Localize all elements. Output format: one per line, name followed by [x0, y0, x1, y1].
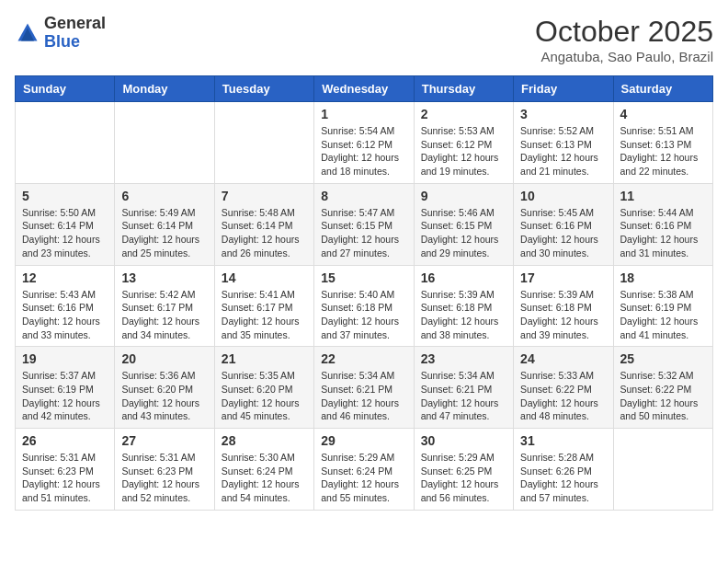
- day-info: Sunrise: 5:53 AM Sunset: 6:12 PM Dayligh…: [421, 124, 506, 178]
- day-number: 10: [520, 189, 606, 203]
- day-header-monday: Monday: [115, 76, 214, 102]
- day-info: Sunrise: 5:54 AM Sunset: 6:12 PM Dayligh…: [321, 124, 406, 178]
- calendar-cell: 1Sunrise: 5:54 AM Sunset: 6:12 PM Daylig…: [314, 102, 414, 184]
- day-number: 30: [421, 433, 506, 448]
- calendar-week-1: 1Sunrise: 5:54 AM Sunset: 6:12 PM Daylig…: [16, 102, 713, 184]
- calendar-cell: 24Sunrise: 5:33 AM Sunset: 6:22 PM Dayli…: [514, 347, 613, 429]
- day-number: 22: [321, 351, 406, 366]
- calendar-cell: 16Sunrise: 5:39 AM Sunset: 6:18 PM Dayli…: [414, 265, 513, 347]
- day-number: 17: [520, 270, 606, 285]
- calendar-cell: [214, 102, 313, 184]
- calendar-cell: 19Sunrise: 5:37 AM Sunset: 6:19 PM Dayli…: [16, 347, 115, 429]
- day-info: Sunrise: 5:29 AM Sunset: 6:24 PM Dayligh…: [321, 451, 406, 505]
- day-number: 11: [620, 189, 706, 203]
- day-info: Sunrise: 5:45 AM Sunset: 6:16 PM Dayligh…: [520, 206, 606, 260]
- day-header-tuesday: Tuesday: [214, 76, 313, 102]
- calendar-cell: 7Sunrise: 5:48 AM Sunset: 6:14 PM Daylig…: [214, 183, 313, 265]
- day-number: 6: [121, 189, 207, 203]
- logo-text: General Blue: [44, 15, 106, 52]
- day-number: 16: [421, 270, 506, 285]
- day-number: 4: [620, 107, 706, 121]
- day-number: 29: [321, 433, 406, 448]
- calendar-cell: 2Sunrise: 5:53 AM Sunset: 6:12 PM Daylig…: [414, 102, 513, 184]
- day-number: 27: [121, 433, 207, 448]
- calendar-cell: 29Sunrise: 5:29 AM Sunset: 6:24 PM Dayli…: [314, 429, 414, 511]
- day-header-friday: Friday: [514, 76, 613, 102]
- day-number: 23: [421, 351, 506, 366]
- logo-blue-text: Blue: [44, 33, 106, 52]
- calendar-cell: 28Sunrise: 5:30 AM Sunset: 6:24 PM Dayli…: [214, 429, 313, 511]
- day-header-wednesday: Wednesday: [314, 76, 414, 102]
- day-info: Sunrise: 5:33 AM Sunset: 6:22 PM Dayligh…: [520, 369, 606, 423]
- calendar-cell: 8Sunrise: 5:47 AM Sunset: 6:15 PM Daylig…: [314, 183, 414, 265]
- day-number: 18: [620, 270, 706, 285]
- day-number: 1: [321, 107, 406, 121]
- calendar-cell: 22Sunrise: 5:34 AM Sunset: 6:21 PM Dayli…: [314, 347, 414, 429]
- day-info: Sunrise: 5:34 AM Sunset: 6:21 PM Dayligh…: [321, 369, 406, 423]
- calendar-cell: 15Sunrise: 5:40 AM Sunset: 6:18 PM Dayli…: [314, 265, 414, 347]
- day-info: Sunrise: 5:44 AM Sunset: 6:16 PM Dayligh…: [620, 206, 706, 260]
- calendar-header-row: SundayMondayTuesdayWednesdayThursdayFrid…: [16, 76, 713, 102]
- day-info: Sunrise: 5:35 AM Sunset: 6:20 PM Dayligh…: [222, 369, 307, 423]
- day-info: Sunrise: 5:51 AM Sunset: 6:13 PM Dayligh…: [620, 124, 706, 178]
- day-info: Sunrise: 5:52 AM Sunset: 6:13 PM Dayligh…: [520, 124, 606, 178]
- day-number: 8: [321, 189, 406, 203]
- day-info: Sunrise: 5:30 AM Sunset: 6:24 PM Dayligh…: [222, 451, 307, 505]
- day-info: Sunrise: 5:39 AM Sunset: 6:18 PM Dayligh…: [520, 288, 606, 342]
- calendar-cell: 21Sunrise: 5:35 AM Sunset: 6:20 PM Dayli…: [214, 347, 313, 429]
- day-info: Sunrise: 5:43 AM Sunset: 6:16 PM Dayligh…: [22, 288, 108, 342]
- calendar-cell: 31Sunrise: 5:28 AM Sunset: 6:26 PM Dayli…: [514, 429, 613, 511]
- day-info: Sunrise: 5:32 AM Sunset: 6:22 PM Dayligh…: [620, 369, 706, 423]
- title-block: October 2025 Angatuba, Sao Paulo, Brazil: [535, 15, 713, 64]
- calendar-cell: 17Sunrise: 5:39 AM Sunset: 6:18 PM Dayli…: [514, 265, 613, 347]
- day-number: 25: [620, 351, 706, 366]
- day-number: 15: [321, 270, 406, 285]
- day-number: 28: [222, 433, 307, 448]
- day-header-sunday: Sunday: [16, 76, 115, 102]
- day-info: Sunrise: 5:47 AM Sunset: 6:15 PM Dayligh…: [321, 206, 406, 260]
- calendar-cell: 6Sunrise: 5:49 AM Sunset: 6:14 PM Daylig…: [115, 183, 214, 265]
- logo: General Blue: [15, 15, 106, 52]
- day-info: Sunrise: 5:28 AM Sunset: 6:26 PM Dayligh…: [520, 451, 606, 505]
- day-info: Sunrise: 5:50 AM Sunset: 6:14 PM Dayligh…: [22, 206, 108, 260]
- day-info: Sunrise: 5:39 AM Sunset: 6:18 PM Dayligh…: [421, 288, 506, 342]
- calendar-cell: 23Sunrise: 5:34 AM Sunset: 6:21 PM Dayli…: [414, 347, 513, 429]
- calendar-week-2: 5Sunrise: 5:50 AM Sunset: 6:14 PM Daylig…: [16, 183, 713, 265]
- logo-general-text: General: [44, 15, 106, 33]
- page-header: General Blue October 2025 Angatuba, Sao …: [15, 15, 713, 64]
- calendar-cell: 11Sunrise: 5:44 AM Sunset: 6:16 PM Dayli…: [613, 183, 712, 265]
- calendar-cell: [16, 102, 115, 184]
- day-info: Sunrise: 5:42 AM Sunset: 6:17 PM Dayligh…: [121, 288, 207, 342]
- calendar-cell: 10Sunrise: 5:45 AM Sunset: 6:16 PM Dayli…: [514, 183, 613, 265]
- day-number: 21: [222, 351, 307, 366]
- day-number: 19: [22, 351, 108, 366]
- day-info: Sunrise: 5:40 AM Sunset: 6:18 PM Dayligh…: [321, 288, 406, 342]
- day-header-saturday: Saturday: [613, 76, 712, 102]
- calendar-table: SundayMondayTuesdayWednesdayThursdayFrid…: [15, 75, 713, 511]
- day-number: 9: [421, 189, 506, 203]
- calendar-cell: 25Sunrise: 5:32 AM Sunset: 6:22 PM Dayli…: [613, 347, 712, 429]
- day-number: 3: [520, 107, 606, 121]
- calendar-cell: [613, 429, 712, 511]
- calendar-cell: 26Sunrise: 5:31 AM Sunset: 6:23 PM Dayli…: [16, 429, 115, 511]
- calendar-cell: 9Sunrise: 5:46 AM Sunset: 6:15 PM Daylig…: [414, 183, 513, 265]
- day-info: Sunrise: 5:31 AM Sunset: 6:23 PM Dayligh…: [121, 451, 207, 505]
- day-number: 20: [121, 351, 207, 366]
- day-number: 13: [121, 270, 207, 285]
- day-info: Sunrise: 5:36 AM Sunset: 6:20 PM Dayligh…: [121, 369, 207, 423]
- calendar-cell: 13Sunrise: 5:42 AM Sunset: 6:17 PM Dayli…: [115, 265, 214, 347]
- calendar-cell: 12Sunrise: 5:43 AM Sunset: 6:16 PM Dayli…: [16, 265, 115, 347]
- day-info: Sunrise: 5:49 AM Sunset: 6:14 PM Dayligh…: [121, 206, 207, 260]
- calendar-cell: 14Sunrise: 5:41 AM Sunset: 6:17 PM Dayli…: [214, 265, 313, 347]
- calendar-week-3: 12Sunrise: 5:43 AM Sunset: 6:16 PM Dayli…: [16, 265, 713, 347]
- day-info: Sunrise: 5:46 AM Sunset: 6:15 PM Dayligh…: [421, 206, 506, 260]
- day-info: Sunrise: 5:37 AM Sunset: 6:19 PM Dayligh…: [22, 369, 108, 423]
- calendar-cell: 20Sunrise: 5:36 AM Sunset: 6:20 PM Dayli…: [115, 347, 214, 429]
- day-info: Sunrise: 5:41 AM Sunset: 6:17 PM Dayligh…: [222, 288, 307, 342]
- calendar-week-5: 26Sunrise: 5:31 AM Sunset: 6:23 PM Dayli…: [16, 429, 713, 511]
- day-info: Sunrise: 5:29 AM Sunset: 6:25 PM Dayligh…: [421, 451, 506, 505]
- calendar-cell: 3Sunrise: 5:52 AM Sunset: 6:13 PM Daylig…: [514, 102, 613, 184]
- day-number: 24: [520, 351, 606, 366]
- location: Angatuba, Sao Paulo, Brazil: [535, 49, 713, 64]
- calendar-cell: 4Sunrise: 5:51 AM Sunset: 6:13 PM Daylig…: [613, 102, 712, 184]
